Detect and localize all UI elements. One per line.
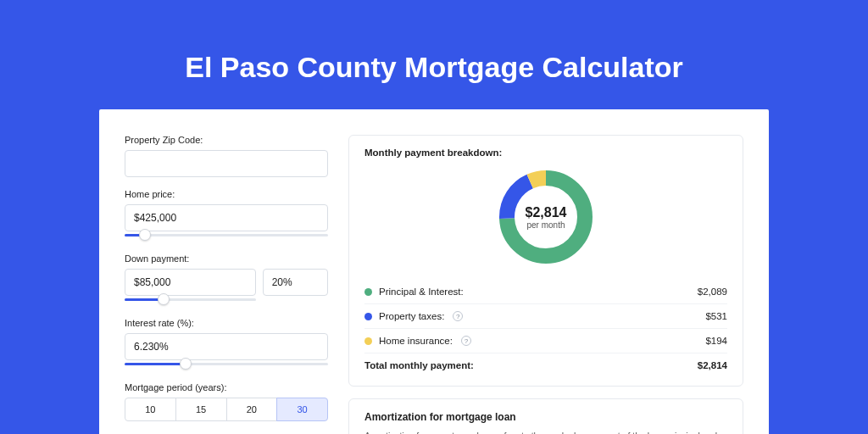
home-price-input[interactable] xyxy=(125,204,328,231)
legend-principal-row: Principal & Interest: $2,089 xyxy=(364,280,727,303)
zip-input[interactable] xyxy=(125,150,328,177)
inputs-column: Property Zip Code: Home price: Down paym… xyxy=(125,135,328,434)
legend-total-amount: $2,814 xyxy=(698,360,727,370)
donut-total-sub: per month xyxy=(526,220,565,230)
down-payment-pct-input[interactable] xyxy=(263,269,328,296)
interest-slider[interactable] xyxy=(125,359,328,370)
amortization-text: Amortization for a mortgage loan refers … xyxy=(364,430,727,434)
zip-field: Property Zip Code: xyxy=(125,135,328,177)
amortization-title: Amortization for mortgage loan xyxy=(364,411,727,423)
period-field: Mortgage period (years): 10 15 20 30 xyxy=(125,382,328,421)
home-price-label: Home price: xyxy=(125,189,328,199)
interest-field: Interest rate (%): xyxy=(125,318,328,370)
donut-total-amount: $2,814 xyxy=(526,205,567,220)
period-20-button[interactable]: 20 xyxy=(226,398,278,421)
breakdown-title: Monthly payment breakdown: xyxy=(364,147,727,158)
dot-icon xyxy=(364,337,372,345)
legend-principal-amount: $2,089 xyxy=(698,287,727,297)
down-payment-field: Down payment: xyxy=(125,253,328,306)
info-icon[interactable]: ? xyxy=(453,311,463,321)
down-payment-label: Down payment: xyxy=(125,253,328,264)
period-30-button[interactable]: 30 xyxy=(276,398,328,421)
legend-taxes-label: Property taxes: xyxy=(379,311,444,321)
home-price-field: Home price: xyxy=(125,189,328,242)
info-icon[interactable]: ? xyxy=(461,336,471,346)
dot-icon xyxy=(364,313,372,320)
legend-insurance-label: Home insurance: xyxy=(379,336,453,346)
down-payment-input[interactable] xyxy=(125,269,256,296)
legend-insurance-amount: $194 xyxy=(705,336,727,346)
interest-input[interactable] xyxy=(125,333,328,360)
period-options: 10 15 20 30 xyxy=(125,398,328,421)
home-price-slider[interactable] xyxy=(125,230,328,242)
legend-taxes-row: Property taxes: ? $531 xyxy=(364,303,727,328)
down-payment-slider[interactable] xyxy=(125,294,256,306)
period-10-button[interactable]: 10 xyxy=(125,398,176,421)
legend-taxes-amount: $531 xyxy=(705,311,727,321)
slider-thumb[interactable] xyxy=(158,293,170,305)
legend-insurance-row: Home insurance: ? $194 xyxy=(364,328,727,353)
zip-label: Property Zip Code: xyxy=(125,135,328,145)
slider-thumb[interactable] xyxy=(139,229,151,241)
breakdown-card: Monthly payment breakdown: $2,814 per mo… xyxy=(348,135,743,387)
slider-thumb[interactable] xyxy=(180,358,192,370)
legend-total-row: Total monthly payment: $2,814 xyxy=(364,353,727,377)
donut-chart: $2,814 per month xyxy=(364,166,727,268)
period-15-button[interactable]: 15 xyxy=(175,398,227,421)
legend-principal-label: Principal & Interest: xyxy=(379,287,464,297)
calculator-panel: Property Zip Code: Home price: Down paym… xyxy=(99,109,769,434)
legend-total-label: Total monthly payment: xyxy=(364,360,474,370)
page-title: El Paso County Mortgage Calculator xyxy=(0,0,868,109)
dot-icon xyxy=(364,288,372,296)
amortization-card: Amortization for mortgage loan Amortizat… xyxy=(348,398,743,434)
results-column: Monthly payment breakdown: $2,814 per mo… xyxy=(348,135,743,434)
interest-label: Interest rate (%): xyxy=(125,318,328,328)
period-label: Mortgage period (years): xyxy=(125,382,328,392)
